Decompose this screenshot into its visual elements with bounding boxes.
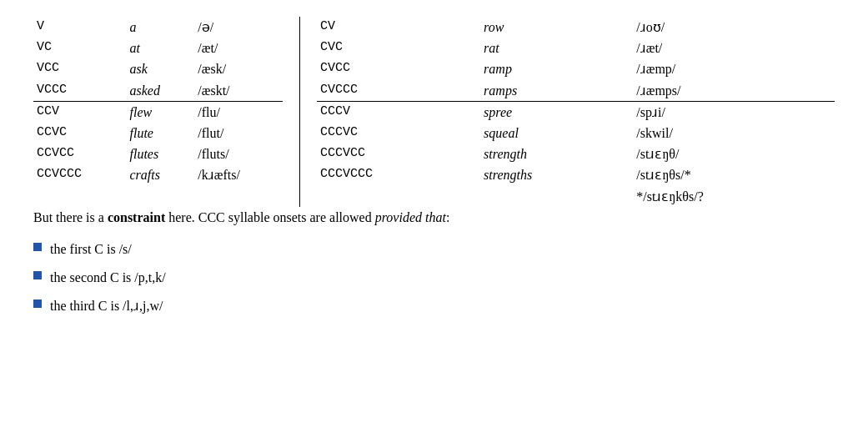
table-row: CCCVCC strength /stɹɛŋθ/ <box>317 143 835 164</box>
table-row: */stɹɛŋkθs/? <box>317 186 835 207</box>
pattern-cell: CCCVCC <box>317 143 480 164</box>
word-cell: spree <box>480 101 633 123</box>
table-row: VCCC asked /æskt/ <box>33 80 283 102</box>
bullet-list: the first C is /s/the second C is /p,t,k… <box>33 239 835 316</box>
constraint-colon: : <box>446 210 449 224</box>
list-item: the third C is /l,ɹ,j,w/ <box>33 296 835 316</box>
pattern-cell: CCVC <box>33 123 126 143</box>
word-cell: a <box>126 17 194 38</box>
pattern-cell: CCV <box>33 101 126 123</box>
constraint-bold-word: constraint <box>108 210 165 224</box>
word-cell: flew <box>126 101 194 123</box>
ipa-cell: /stɹɛŋθ/ <box>633 143 835 164</box>
table-row: CCVCCC crafts /kɹæfts/ <box>33 164 283 185</box>
word-cell: crafts <box>126 164 194 185</box>
bullet-text: the second C is /p,t,k/ <box>50 268 166 288</box>
syllable-table-container: V a /ə/ VC at /æt/ VCC ask /æsk/ VCCC as… <box>33 17 835 207</box>
ipa-cell: /æskt/ <box>194 80 283 102</box>
table-row: V a /ə/ <box>33 17 283 38</box>
page-content: V a /ə/ VC at /æt/ VCC ask /æsk/ VCCC as… <box>33 17 835 316</box>
pattern-cell: CV <box>317 17 480 38</box>
bullet-text: the first C is /s/ <box>50 239 132 259</box>
word-cell: squeal <box>480 123 633 143</box>
table-row: CV row /ɹoʊ/ <box>317 17 835 38</box>
constraint-italic: provided that <box>375 210 446 224</box>
ipa-cell: /kɹæfts/ <box>194 164 283 185</box>
word-cell: rat <box>480 38 633 58</box>
ipa-cell: /skwil/ <box>633 123 835 143</box>
word-cell: strengths <box>480 164 633 185</box>
table-row: CCV flew /flu/ <box>33 101 283 123</box>
left-table: V a /ə/ VC at /æt/ VCC ask /æsk/ VCCC as… <box>33 17 283 186</box>
bullet-icon <box>33 271 42 279</box>
pattern-cell: CCCVC <box>317 123 480 143</box>
word-cell: ask <box>126 58 194 79</box>
table-row: CVCC ramp /ɹæmp/ <box>317 58 835 79</box>
pattern-cell: CVCCC <box>317 80 480 102</box>
ipa-cell: */stɹɛŋkθs/? <box>633 186 835 207</box>
word-cell: flute <box>126 123 194 143</box>
ipa-cell: /flu/ <box>194 101 283 123</box>
word-cell: ramp <box>480 58 633 79</box>
bullet-icon <box>33 243 42 251</box>
ipa-cell: /ɹæmp/ <box>633 58 835 79</box>
pattern-cell <box>317 186 480 207</box>
pattern-cell: CCVCC <box>33 143 126 164</box>
pattern-cell: V <box>33 17 126 38</box>
right-column: CV row /ɹoʊ/ CVC rat /ɹæt/ CVCC ramp /ɹæ… <box>300 17 835 207</box>
ipa-cell: /flut/ <box>194 123 283 143</box>
table-row: CVC rat /ɹæt/ <box>317 38 835 58</box>
table-row: CCCV spree /spɹi/ <box>317 101 835 123</box>
ipa-cell: /ɹæmps/ <box>633 80 835 102</box>
pattern-cell: VC <box>33 38 126 58</box>
right-table: CV row /ɹoʊ/ CVC rat /ɹæt/ CVCC ramp /ɹæ… <box>317 17 835 207</box>
table-row: CCCVC squeal /skwil/ <box>317 123 835 143</box>
pattern-cell: CVCC <box>317 58 480 79</box>
constraint-text-after: here. CCC syllable onsets are allowed <box>165 210 375 224</box>
ipa-cell: /ɹoʊ/ <box>633 17 835 38</box>
table-row: VCC ask /æsk/ <box>33 58 283 79</box>
table-row: VC at /æt/ <box>33 38 283 58</box>
pattern-cell: CCCV <box>317 101 480 123</box>
list-item: the second C is /p,t,k/ <box>33 268 835 288</box>
pattern-cell: CCCVCCC <box>317 164 480 185</box>
word-cell: ramps <box>480 80 633 102</box>
bullet-icon <box>33 300 42 308</box>
table-row: CCCVCCC strengths /stɹɛŋθs/* <box>317 164 835 185</box>
ipa-cell: /æt/ <box>194 38 283 58</box>
left-column: V a /ə/ VC at /æt/ VCC ask /æsk/ VCCC as… <box>33 17 300 207</box>
pattern-cell: CCVCCC <box>33 164 126 185</box>
word-cell: flutes <box>126 143 194 164</box>
list-item: the first C is /s/ <box>33 239 835 259</box>
ipa-cell: /spɹi/ <box>633 101 835 123</box>
ipa-cell: /ɹæt/ <box>633 38 835 58</box>
constraint-paragraph: But there is a constraint here. CCC syll… <box>33 207 835 229</box>
constraint-text-before: But there is a <box>33 210 108 224</box>
word-cell <box>480 186 633 207</box>
pattern-cell: VCCC <box>33 80 126 102</box>
word-cell: at <box>126 38 194 58</box>
pattern-cell: CVC <box>317 38 480 58</box>
ipa-cell: /ə/ <box>194 17 283 38</box>
table-row: CCVCC flutes /fluts/ <box>33 143 283 164</box>
ipa-cell: /æsk/ <box>194 58 283 79</box>
pattern-cell: VCC <box>33 58 126 79</box>
word-cell: strength <box>480 143 633 164</box>
ipa-cell: /fluts/ <box>194 143 283 164</box>
word-cell: asked <box>126 80 194 102</box>
word-cell: row <box>480 17 633 38</box>
bullet-text: the third C is /l,ɹ,j,w/ <box>50 296 163 316</box>
table-row: CVCCC ramps /ɹæmps/ <box>317 80 835 102</box>
table-row: CCVC flute /flut/ <box>33 123 283 143</box>
ipa-cell: /stɹɛŋθs/* <box>633 164 835 185</box>
